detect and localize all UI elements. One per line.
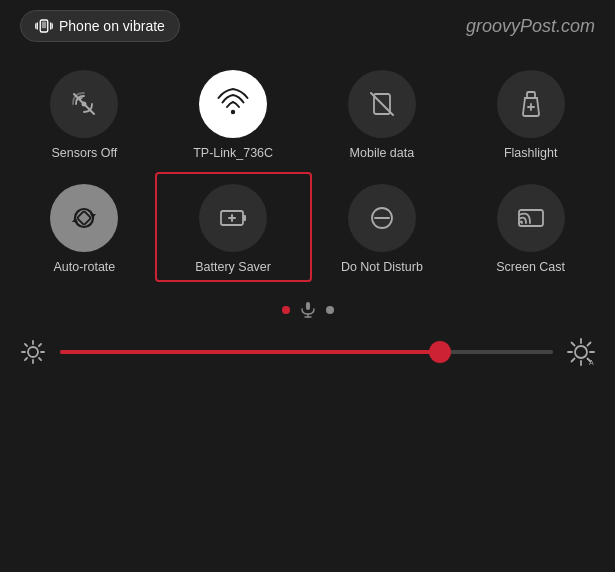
pagination: [0, 300, 615, 320]
mic-indicator-icon: [298, 300, 318, 320]
tile-screen-cast[interactable]: Screen Cast: [456, 172, 605, 282]
battery-saver-icon-wrap: [199, 184, 267, 252]
sensors-icon: [68, 88, 100, 120]
brightness-low-icon: [20, 339, 46, 365]
dnd-icon: [365, 201, 399, 235]
brightness-high-icon: A: [567, 338, 595, 366]
svg-rect-24: [306, 302, 310, 310]
svg-rect-11: [527, 92, 535, 98]
sensors-off-label: Sensors Off: [51, 146, 117, 160]
auto-rotate-icon-wrap: [50, 184, 118, 252]
quick-tiles-row1: Sensors Off TP-Link_736C Mobile data: [0, 48, 615, 168]
battery-saver-label: Battery Saver: [195, 260, 271, 274]
slider-fill: [60, 350, 440, 354]
svg-text:A: A: [589, 359, 594, 366]
svg-point-27: [28, 347, 38, 357]
vibrate-badge: Phone on vibrate: [20, 10, 180, 42]
dnd-icon-wrap: [348, 184, 416, 252]
mobile-data-icon-wrap: [348, 70, 416, 138]
tile-tp-link[interactable]: TP-Link_736C: [159, 58, 308, 168]
flashlight-icon-wrap: [497, 70, 565, 138]
tp-link-label: TP-Link_736C: [193, 146, 273, 160]
tile-sensors-off[interactable]: Sensors Off: [10, 58, 159, 168]
svg-rect-16: [77, 211, 91, 225]
sensors-off-icon-wrap: [50, 70, 118, 138]
tp-link-icon-wrap: [199, 70, 267, 138]
watermark: groovyPost.com: [466, 16, 595, 37]
cast-icon-wrap: [497, 184, 565, 252]
battery-saver-icon: [216, 201, 250, 235]
auto-rotate-icon: [67, 201, 101, 235]
flashlight-icon: [515, 88, 547, 120]
svg-point-8: [231, 110, 235, 114]
vibrate-label: Phone on vibrate: [59, 18, 165, 34]
dnd-label: Do Not Disturb: [341, 260, 423, 274]
tile-flashlight[interactable]: Flashlight: [456, 58, 605, 168]
svg-rect-18: [243, 215, 246, 221]
brightness-row: A: [0, 320, 615, 366]
svg-line-44: [588, 343, 591, 346]
tile-auto-rotate[interactable]: Auto-rotate: [10, 172, 159, 282]
svg-line-32: [25, 344, 27, 346]
screen-cast-label: Screen Cast: [496, 260, 565, 274]
tile-do-not-disturb[interactable]: Do Not Disturb: [308, 172, 457, 282]
tile-mobile-data[interactable]: Mobile data: [308, 58, 457, 168]
svg-line-34: [25, 358, 27, 360]
tile-battery-saver[interactable]: Battery Saver: [159, 172, 308, 282]
slider-track: [60, 350, 553, 354]
mobile-data-label: Mobile data: [350, 146, 415, 160]
cast-icon: [514, 201, 548, 235]
svg-point-36: [575, 346, 587, 358]
flashlight-label: Flashlight: [504, 146, 558, 160]
svg-line-33: [39, 358, 41, 360]
svg-rect-1: [42, 22, 47, 29]
svg-line-35: [39, 344, 41, 346]
brightness-slider[interactable]: [60, 342, 553, 362]
top-bar: Phone on vibrate groovyPost.com: [0, 0, 615, 48]
pagination-dot-2: [326, 306, 334, 314]
slider-thumb[interactable]: [429, 341, 451, 363]
vibrate-icon: [35, 17, 53, 35]
svg-line-41: [572, 343, 575, 346]
svg-line-43: [572, 359, 575, 362]
wifi-icon: [215, 86, 251, 122]
quick-tiles-row2: Auto-rotate Battery Saver Do Not Disturb: [0, 168, 615, 282]
svg-point-7: [82, 102, 87, 107]
auto-rotate-label: Auto-rotate: [53, 260, 115, 274]
mobile-data-icon: [366, 88, 398, 120]
pagination-dot-1: [282, 306, 290, 314]
